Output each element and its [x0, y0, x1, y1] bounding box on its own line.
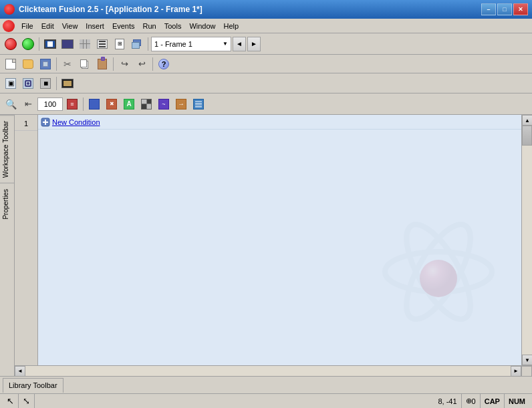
sep-1: [39, 37, 39, 51]
window-controls: – □ ✕: [481, 3, 528, 15]
chevron-down-icon: ▼: [223, 41, 228, 47]
status-bar: ↖ ⤡ 8, -41 ⊕ 0 CAP NUM: [0, 393, 532, 408]
scroll-up-button[interactable]: ▲: [522, 115, 532, 126]
scroll-corner: [521, 366, 532, 377]
stop-button[interactable]: [3, 36, 19, 52]
undo-button[interactable]: ↩: [116, 56, 132, 72]
cut-button[interactable]: ✂: [59, 56, 76, 72]
view-conditions-button[interactable]: ≡: [64, 96, 80, 112]
select-mode-button[interactable]: ▣: [3, 75, 19, 91]
status-num: NUM: [505, 394, 529, 408]
paste-button[interactable]: [94, 56, 110, 72]
event-row-label-1: New Condition: [52, 118, 100, 126]
status-cap: CAP: [481, 394, 505, 408]
menu-insert[interactable]: Insert: [82, 21, 108, 31]
status-arrow-1: ↖: [3, 394, 19, 408]
new-button[interactable]: [3, 56, 19, 72]
workspace-toolbar-tab[interactable]: Workspace Toolbar: [0, 115, 14, 183]
row-numbers: 1: [15, 115, 38, 365]
wave-button[interactable]: ~: [156, 96, 172, 112]
scroll-down-button[interactable]: ▼: [522, 355, 532, 365]
status-resize-icon: ⤡: [23, 396, 30, 406]
open-button[interactable]: [20, 56, 36, 72]
status-count: ⊕ 0: [462, 394, 481, 408]
menu-bar: File Edit View Insert Events Run Tools W…: [0, 19, 532, 33]
event-list[interactable]: New Condition: [38, 115, 521, 365]
sep-6: [56, 77, 57, 90]
app-icon: [4, 4, 15, 15]
right-scrollbar: ▲ ▼: [521, 115, 532, 365]
sep-4: [113, 57, 114, 71]
minimize-button[interactable]: –: [481, 3, 496, 15]
objects-button[interactable]: [86, 96, 102, 112]
frame-dropdown[interactable]: 1 - Frame 1 ▼: [151, 37, 231, 51]
status-pointer-icon: ↖: [7, 396, 14, 406]
hscroll-track[interactable]: [25, 366, 511, 377]
menu-tools[interactable]: Tools: [160, 21, 186, 31]
frame-toolbar: ⊞ 1 - Frame 1 ▼ ◄ ►: [0, 33, 532, 55]
count-value: 0: [472, 397, 476, 405]
filmstrip-button[interactable]: [59, 75, 76, 91]
grid-button[interactable]: [138, 96, 154, 112]
window-title: Clickteam Fusion 2.5 - [Application 2 - …: [19, 5, 481, 14]
new-condition-icon: [41, 118, 50, 127]
scroll-right-button[interactable]: ►: [511, 366, 521, 377]
event-editor: 1 New Condition: [15, 115, 532, 365]
help-button[interactable]: ?: [156, 56, 172, 72]
sep-7: [83, 97, 84, 111]
step-button[interactable]: →: [173, 96, 189, 112]
frame-dropdown-label: 1 - Frame 1: [154, 40, 192, 48]
save-button[interactable]: [37, 56, 53, 72]
frame-list-button[interactable]: [59, 36, 76, 52]
new-frame-button[interactable]: [42, 36, 58, 52]
prev-frame-button[interactable]: ◄: [233, 37, 246, 51]
library-toolbar: Library Toolbar: [0, 376, 532, 393]
maximize-button[interactable]: □: [497, 3, 512, 15]
frame-grid-button[interactable]: [77, 36, 93, 52]
columns-button[interactable]: [190, 96, 207, 112]
indent-button[interactable]: ⇤: [20, 96, 36, 112]
close-button[interactable]: ✕: [513, 3, 528, 15]
menu-help[interactable]: Help: [220, 21, 243, 31]
next-frame-button[interactable]: ►: [247, 37, 261, 51]
menu-events[interactable]: Events: [108, 21, 139, 31]
menu-view[interactable]: View: [58, 21, 82, 31]
text-button[interactable]: A: [121, 96, 137, 112]
search-button[interactable]: 🔍: [3, 96, 19, 112]
event-button[interactable]: ⏹: [37, 75, 53, 91]
event-row-1[interactable]: New Condition: [38, 115, 521, 130]
frame-prop-button[interactable]: [20, 75, 36, 91]
left-sidebar: Workspace Toolbar Properties: [0, 115, 15, 376]
app-menu-icon: [3, 20, 15, 32]
event-toolbar: 🔍 ⇤ ≡ ✖ A ~ →: [0, 93, 532, 115]
scroll-track[interactable]: [522, 126, 532, 355]
menu-file[interactable]: File: [17, 21, 37, 31]
event-obj-button[interactable]: ✖: [104, 96, 120, 112]
layers-button[interactable]: [129, 36, 145, 52]
count-icon: ⊕: [466, 397, 472, 405]
menu-edit[interactable]: Edit: [37, 21, 58, 31]
title-bar: Clickteam Fusion 2.5 - [Application 2 - …: [0, 0, 532, 19]
zoom-input[interactable]: [37, 97, 63, 111]
play-button[interactable]: [20, 36, 36, 52]
file-toolbar: ✂ ↩ ↩ ?: [0, 55, 532, 73]
cap-label: CAP: [485, 397, 500, 405]
object-toolbar: ▣ ⏹: [0, 73, 532, 93]
sep-5: [152, 57, 153, 71]
status-coords: 8, -41: [434, 394, 461, 408]
frame-page-button[interactable]: ⊞: [112, 36, 128, 52]
menu-window[interactable]: Window: [185, 21, 219, 31]
scroll-left-button[interactable]: ◄: [15, 366, 25, 377]
library-tab[interactable]: Library Toolbar: [3, 378, 63, 393]
sep-2: [148, 37, 148, 51]
coord-label: 8, -41: [438, 397, 456, 405]
status-arrow-2: ⤡: [19, 394, 35, 408]
properties-tab[interactable]: Properties: [0, 183, 14, 225]
content-area: 1 New Condition: [15, 115, 532, 376]
scroll-thumb[interactable]: [522, 126, 532, 146]
redo-button[interactable]: ↩: [134, 56, 150, 72]
frame-lines-button[interactable]: [94, 36, 110, 52]
copy-button[interactable]: [77, 56, 93, 72]
menu-run[interactable]: Run: [139, 21, 160, 31]
sep-3: [56, 57, 57, 71]
